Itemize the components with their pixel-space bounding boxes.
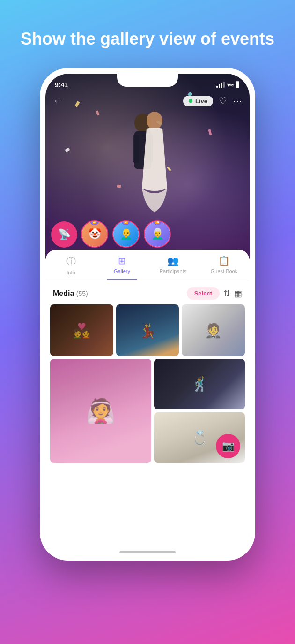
- media-count: (55): [76, 290, 88, 297]
- guestbook-tab-icon: 📋: [218, 255, 230, 266]
- photo-content-4: 👰: [50, 359, 151, 463]
- grid-view-icon[interactable]: ▦: [234, 288, 242, 299]
- photo-content-2: 💃: [116, 304, 179, 356]
- media-actions: Select ⇅ ▦: [187, 287, 242, 300]
- photo-row-2: 👰 🕺 💍 📷: [50, 359, 245, 463]
- go-live-button[interactable]: 📡: [51, 221, 77, 248]
- tab-gallery[interactable]: ⊞ Gallery: [96, 255, 148, 280]
- hero-topbar: ← Live ♡ ⋯: [45, 95, 250, 107]
- favorite-button[interactable]: ♡: [219, 95, 227, 106]
- scroll-indicator: [45, 547, 250, 555]
- svg-point-4: [147, 112, 162, 129]
- svg-rect-2: [133, 135, 139, 163]
- guestbook-tab-label: Guest Book: [211, 268, 237, 274]
- gallery-tab-label: Gallery: [114, 268, 130, 274]
- hero-actions: Live ♡ ⋯: [183, 95, 242, 106]
- media-title-area: Media (55): [53, 289, 88, 298]
- broadcasting-icon-3: 📶: [153, 220, 162, 225]
- photo-row-1: 💑 💃 🤵: [50, 304, 245, 356]
- photo-content-1: 💑: [50, 304, 113, 356]
- info-tab-icon: ⓘ: [66, 255, 76, 268]
- live-badge: Live: [183, 96, 213, 106]
- photo-1[interactable]: 💑: [50, 304, 113, 356]
- photo-content-5: 🕺: [154, 359, 245, 409]
- photo-content-3: 🤵: [182, 304, 245, 356]
- more-options-button[interactable]: ⋯: [233, 95, 242, 106]
- couple-illustration: [105, 95, 190, 212]
- media-header: Media (55) Select ⇅ ▦: [45, 280, 250, 304]
- tab-participants[interactable]: 👥 Participants: [148, 255, 199, 280]
- broadcast-icon: 📡: [58, 228, 71, 241]
- photo-5[interactable]: 🕺: [154, 359, 245, 409]
- photo-3[interactable]: 🤵: [182, 304, 245, 356]
- broadcasting-icon: 📶: [90, 220, 99, 225]
- tab-info[interactable]: ⓘ Info: [45, 255, 96, 280]
- back-button[interactable]: ←: [53, 95, 63, 107]
- info-tab-label: Info: [66, 270, 75, 275]
- photo-grid: 💑 💃 🤵 👰 🕺: [45, 304, 250, 547]
- live-indicator: [189, 99, 192, 103]
- live-label: Live: [195, 98, 207, 105]
- gallery-tab-icon: ⊞: [118, 255, 126, 266]
- camera-icon: 📷: [222, 440, 235, 452]
- bottom-sheet: ⓘ Info ⊞ Gallery 👥 Participants 📋 Guest …: [45, 250, 250, 555]
- avatar-ali[interactable]: 👨‍🦳 📶: [144, 220, 171, 248]
- status-time: 9:41: [55, 81, 68, 89]
- tab-guestbook[interactable]: 📋 Guest Book: [199, 255, 250, 280]
- filter-icon[interactable]: ⇅: [223, 288, 230, 299]
- camera-button[interactable]: 📷: [216, 434, 240, 458]
- media-title: Media: [53, 289, 74, 297]
- hero-section: ← Live ♡ ⋯ 📡 Go Live: [45, 74, 250, 259]
- participants-tab-label: Participants: [160, 268, 186, 274]
- select-button[interactable]: Select: [187, 287, 220, 300]
- signal-icon: [216, 82, 225, 88]
- photo-6[interactable]: 💍 📷: [154, 412, 245, 463]
- photo-4[interactable]: 👰: [50, 359, 151, 463]
- phone-notch: [117, 74, 178, 87]
- wifi-icon: ▾≈: [227, 82, 234, 89]
- broadcasting-icon-2: 📶: [122, 220, 130, 225]
- phone-shell: 9:41 ▾≈ ▋: [40, 68, 255, 561]
- participants-tab-icon: 👥: [167, 255, 179, 266]
- phone-screen: 9:41 ▾≈ ▋: [45, 74, 250, 555]
- tab-bar: ⓘ Info ⊞ Gallery 👥 Participants 📋 Guest …: [45, 250, 250, 280]
- page-headline: Show the gallery view of events: [2, 28, 293, 49]
- avatar-johny[interactable]: 🤡 📶: [81, 220, 108, 248]
- battery-icon: ▋: [236, 82, 240, 88]
- avatar-stipheny[interactable]: 👨‍🦲 📶: [112, 220, 140, 248]
- status-icons: ▾≈ ▋: [216, 82, 240, 89]
- scroll-bar: [119, 551, 176, 553]
- photo-2[interactable]: 💃: [116, 304, 179, 356]
- photo-col-right: 🕺 💍 📷: [154, 359, 245, 463]
